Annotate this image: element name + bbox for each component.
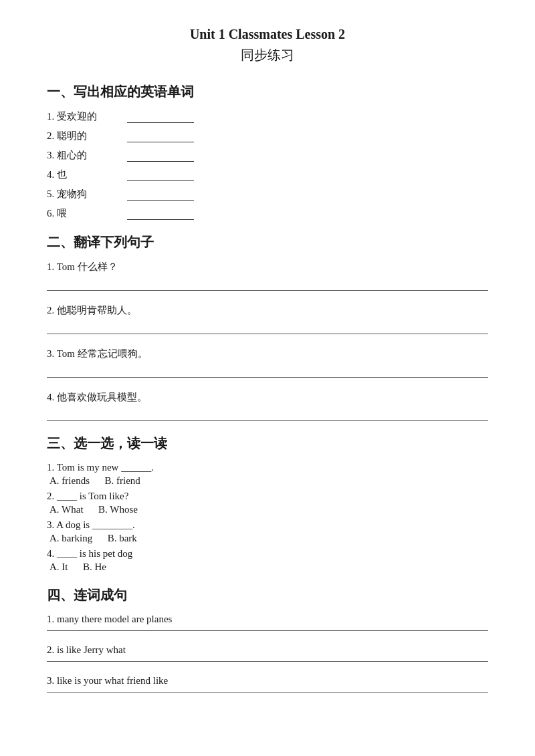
vocab-answer-blank[interactable] [127,111,194,123]
vocab-item: 5. 宠物狗 [47,188,488,201]
vocab-label: 4. 也 [47,168,120,181]
choice-options: A. friends B. friend [49,475,488,487]
translate-question: 2. 他聪明肯帮助人。 [47,304,488,317]
choice-option-a: A. It [49,561,68,572]
section-2-title: 二、翻译下列句子 [47,233,488,251]
vocab-list: 1. 受欢迎的 2. 聪明的 3. 粗心的 4. 也 5. 宠物狗 6. 喂 [47,110,488,220]
choice-question: 3. A dog is ________. [47,519,488,531]
choice-option-a: A. barking [49,533,92,543]
section-4-title: 四、连词成句 [47,586,488,604]
translate-item: 4. 他喜欢做玩具模型。 [47,391,488,421]
translate-answer-line [47,366,488,378]
translate-item: 3. Tom 经常忘记喂狗。 [47,348,488,378]
translate-question: 4. 他喜欢做玩具模型。 [47,391,488,404]
sentence-question: 1. many there model are planes [47,614,488,625]
choice-question: 4. ____ is his pet dog [47,548,488,559]
section-1-title: 一、写出相应的英语单词 [47,83,488,101]
vocab-label: 1. 受欢迎的 [47,110,120,123]
translate-question: 3. Tom 经常忘记喂狗。 [47,348,488,360]
translate-question: 1. Tom 什么样？ [47,261,488,273]
choice-question: 2. ____ is Tom like? [47,491,488,502]
vocab-label: 5. 宠物狗 [47,188,120,201]
sentence-answer-line [47,630,488,631]
vocab-item: 6. 喂 [47,207,488,220]
vocab-label: 3. 粗心的 [47,149,120,162]
translate-item: 1. Tom 什么样？ [47,261,488,291]
choice-option-b: B. He [83,561,106,572]
vocab-answer-blank[interactable] [127,150,194,162]
vocab-label: 2. 聪明的 [47,130,120,142]
section-3: 三、选一选，读一读 1. Tom is my new ______. A. fr… [47,434,488,573]
choice-options: A. It B. He [49,561,488,573]
choice-option-b: B. Whose [98,504,138,515]
translate-item: 2. 他聪明肯帮助人。 [47,304,488,334]
vocab-answer-blank[interactable] [127,208,194,220]
vocab-answer-blank[interactable] [127,130,194,142]
vocab-item: 3. 粗心的 [47,149,488,162]
choice-item: 3. A dog is ________. A. barking B. bark [47,519,488,544]
sentence-answer-line [47,692,488,692]
choice-option-a: A. friends [49,475,90,486]
choice-item: 1. Tom is my new ______. A. friends B. f… [47,462,488,487]
choice-options: A. What B. Whose [49,504,488,515]
sentence-question: 3. like is your what friend like [47,675,488,686]
vocab-answer-blank[interactable] [127,188,194,201]
sentence-list: 1. many there model are planes 2. is lik… [47,614,488,692]
vocab-item: 4. 也 [47,168,488,181]
section-2: 二、翻译下列句子 1. Tom 什么样？ 2. 他聪明肯帮助人。 3. Tom … [47,233,488,421]
choice-option-a: A. What [49,504,84,515]
translate-answer-line [47,322,488,334]
sentence-question: 2. is like Jerry what [47,644,488,656]
sentence-answer-line [47,661,488,662]
sentence-item: 1. many there model are planes [47,614,488,631]
translate-answer-line [47,409,488,421]
main-title: Unit 1 Classmates Lesson 2 [47,27,488,42]
section-4: 四、连词成句 1. many there model are planes 2.… [47,586,488,692]
vocab-item: 1. 受欢迎的 [47,110,488,123]
vocab-label: 6. 喂 [47,207,120,220]
choice-item: 4. ____ is his pet dog A. It B. He [47,548,488,573]
choice-option-b: B. friend [105,475,140,486]
choice-list: 1. Tom is my new ______. A. friends B. f… [47,462,488,573]
choice-question: 1. Tom is my new ______. [47,462,488,473]
sentence-item: 3. like is your what friend like [47,675,488,692]
choice-option-b: B. bark [108,533,137,543]
translate-list: 1. Tom 什么样？ 2. 他聪明肯帮助人。 3. Tom 经常忘记喂狗。 4… [47,261,488,421]
section-3-title: 三、选一选，读一读 [47,434,488,453]
sentence-item: 2. is like Jerry what [47,644,488,662]
vocab-answer-blank[interactable] [127,169,194,181]
choice-item: 2. ____ is Tom like? A. What B. Whose [47,491,488,515]
section-1: 一、写出相应的英语单词 1. 受欢迎的 2. 聪明的 3. 粗心的 4. 也 5… [47,83,488,220]
vocab-item: 2. 聪明的 [47,130,488,142]
choice-options: A. barking B. bark [49,533,488,544]
translate-answer-line [47,279,488,291]
sub-title: 同步练习 [47,46,488,64]
